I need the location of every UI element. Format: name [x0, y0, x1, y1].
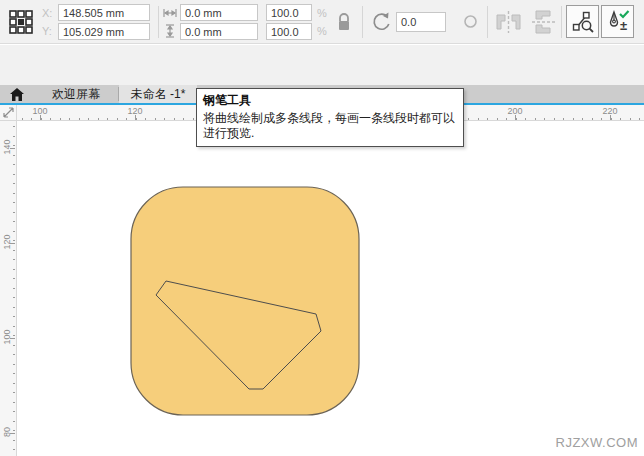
home-icon	[10, 88, 24, 101]
percent-v-label: %	[317, 25, 327, 37]
mirror-horizontal-icon[interactable]	[495, 11, 522, 33]
rotation-angle-input[interactable]: 0.0	[396, 12, 446, 32]
object-height-input[interactable]: 0.0 mm	[180, 23, 258, 40]
property-bar: X: Y: 148.505 mm 105.029 mm 0.0 mm 0.0 m…	[0, 0, 644, 44]
ruler-origin[interactable]	[0, 105, 17, 121]
v-ruler-label: 80	[2, 422, 12, 442]
lock-ratio-icon[interactable]	[336, 12, 352, 32]
zoom-on-nodes-button[interactable]	[566, 5, 599, 38]
mirror-vertical-icon[interactable]	[532, 9, 556, 35]
canvas-artwork	[17, 121, 644, 456]
object-height-icon	[165, 24, 175, 38]
v-ruler-label: 140	[2, 137, 12, 157]
object-width-input[interactable]: 0.0 mm	[180, 4, 258, 21]
object-width-icon	[163, 8, 177, 18]
y-label: Y:	[42, 25, 52, 37]
watermark: RJZXW.COM	[556, 435, 639, 450]
nodes-magnifier-icon	[571, 10, 595, 34]
rounded-square-object[interactable]	[131, 187, 359, 415]
home-tab[interactable]	[0, 85, 34, 103]
x-position-input[interactable]: 148.505 mm	[58, 4, 150, 21]
tooltip-body: 将曲线绘制成多条线段，每画一条线段时都可以进行预览.	[203, 111, 457, 141]
v-ruler-label: 100	[2, 327, 12, 347]
pen-check-icon: ±	[605, 9, 631, 35]
ruler-origin-icon	[3, 107, 14, 118]
object-origin-grid-icon[interactable]	[8, 9, 34, 35]
toolbox: 字	[0, 45, 644, 85]
scale-vertical-input[interactable]: 100.0	[266, 23, 312, 40]
coreldraw-window: X: Y: 148.505 mm 105.029 mm 0.0 mm 0.0 m…	[0, 0, 644, 456]
pen-tool-tooltip: 钢笔工具 将曲线绘制成多条线段，每画一条线段时都可以进行预览.	[196, 88, 464, 147]
tab-untitled-document[interactable]: 未命名 -1*	[119, 85, 197, 103]
percent-h-label: %	[317, 7, 327, 19]
x-label: X:	[42, 7, 52, 19]
round-endpoint-icon[interactable]	[463, 14, 478, 29]
v-ruler-label: 120	[2, 232, 12, 252]
vertical-ruler[interactable]: 14012010080	[0, 121, 17, 456]
tab-welcome-screen[interactable]: 欢迎屏幕	[34, 85, 118, 103]
y-position-input[interactable]: 105.029 mm	[58, 23, 150, 40]
svg-text:±: ±	[620, 18, 627, 33]
rotation-angle-icon	[371, 11, 392, 32]
scale-horizontal-input[interactable]: 100.0	[266, 4, 312, 21]
pen-preview-mode-button[interactable]: ±	[601, 5, 634, 38]
tooltip-title: 钢笔工具	[203, 92, 457, 109]
drawing-canvas[interactable]: RJZXW.COM	[17, 121, 644, 456]
